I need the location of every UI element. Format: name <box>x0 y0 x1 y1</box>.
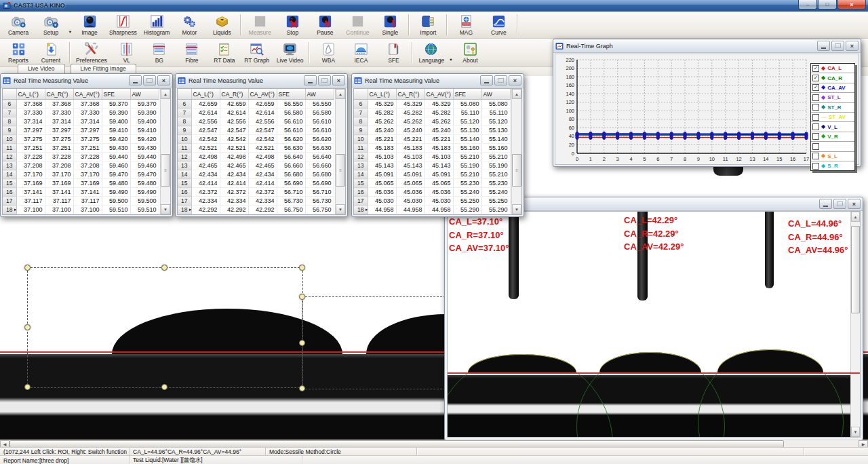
roi-handle[interactable] <box>299 340 305 346</box>
table-row[interactable]: 1437.17037.17037.17059.47059.470 <box>3 170 159 179</box>
close-button[interactable]: × <box>846 41 859 51</box>
image-button[interactable]: Image <box>73 12 106 37</box>
legend-checkbox[interactable] <box>812 153 819 159</box>
scroll-down-icon[interactable]: ▼ <box>161 204 170 214</box>
table-row[interactable]: 1737.11737.11737.11759.50059.500 <box>3 197 159 206</box>
table-row[interactable]: 1637.14137.14137.14159.49059.490 <box>3 188 159 197</box>
legend-checkbox[interactable] <box>812 104 819 111</box>
fitting-image-window[interactable]: × CA_L=37.10°CA_R=37.10°CA_AV=37.10° CA_… <box>444 197 863 440</box>
table-row[interactable]: 1442.43442.43442.43456.68056.680 <box>178 170 334 179</box>
maximize-button[interactable] <box>833 199 846 209</box>
motor-button[interactable]: Motor <box>173 12 205 37</box>
child-window-titlebar[interactable]: Real-Time Graph × <box>553 39 861 53</box>
child-window-titlebar[interactable]: Real Time Measuring Value × <box>176 74 347 88</box>
maximize-button[interactable] <box>318 75 331 85</box>
about-button[interactable]: About <box>454 40 486 65</box>
vertical-scrollbar[interactable]: ▲≡▼ <box>160 89 170 214</box>
pause-button[interactable]: Pause <box>309 12 341 37</box>
roi-handle[interactable] <box>24 324 31 330</box>
table-row[interactable]: 1745.03045.03045.03055.25055.250 <box>354 197 510 206</box>
scroll-up-icon[interactable]: ▲ <box>512 89 521 99</box>
legend-item-st_r[interactable]: ◆ST_R <box>811 103 854 113</box>
row-number-header[interactable] <box>354 89 368 100</box>
live-video-button[interactable]: Live Video <box>273 40 307 65</box>
roi-handle[interactable] <box>161 265 167 271</box>
rt-data-button[interactable]: RT Data <box>208 40 241 65</box>
roi-handle[interactable] <box>24 384 31 390</box>
legend-checkbox[interactable]: ✓ <box>812 84 819 91</box>
vl-button[interactable]: VL <box>111 40 143 65</box>
table-row[interactable]: 937.29737.29737.29759.41059.410 <box>3 126 159 135</box>
roi-rectangle[interactable] <box>302 296 449 389</box>
maximize-button[interactable] <box>831 41 844 51</box>
table-row[interactable]: 842.55642.55642.55656.61056.610 <box>178 117 334 126</box>
table-row[interactable]: 1045.22145.22145.22155.14055.140 <box>354 135 510 144</box>
minimize-button[interactable] <box>129 75 142 85</box>
roi-rectangle[interactable] <box>27 267 303 388</box>
table-row[interactable]: 1742.33442.33442.33456.73056.730 <box>178 197 334 206</box>
child-window-titlebar[interactable]: Real Time Measuring Value × <box>352 74 524 88</box>
table-row[interactable]: 1242.49842.49842.49856.64056.640 <box>178 153 334 161</box>
close-button[interactable]: × <box>157 75 170 85</box>
realtime-graph-window[interactable]: Real-Time Graph × 0204060801001201401601… <box>553 39 861 167</box>
scroll-up-icon[interactable]: ▲ <box>851 212 860 222</box>
minimize-button[interactable] <box>819 199 832 209</box>
roi-handle[interactable] <box>299 294 305 300</box>
legend-checkbox[interactable] <box>812 143 819 150</box>
wba-button[interactable]: WBA <box>312 40 344 65</box>
legend-item-v_r[interactable]: ◆V_R <box>811 132 854 142</box>
liquids-button[interactable]: Liquids <box>205 12 238 37</box>
column-header[interactable]: CA_R(°) <box>220 89 248 100</box>
roi-handle[interactable] <box>161 384 167 390</box>
mag-button[interactable]: MAG <box>450 12 482 37</box>
sfe-button[interactable]: SFE <box>377 40 410 65</box>
single-button[interactable]: Single <box>374 12 406 37</box>
table-row[interactable]: 837.31437.31437.31459.40059.400 <box>3 117 159 126</box>
table-row[interactable]: 1037.27537.27537.27559.42059.420 <box>3 135 159 144</box>
curve-button[interactable]: Curve <box>482 12 515 37</box>
table-row[interactable]: 1537.16937.16937.16959.48059.480 <box>3 179 159 188</box>
column-header[interactable]: AW <box>305 89 334 100</box>
vertical-scrollbar[interactable]: ▲≡▼ <box>335 89 345 214</box>
bg-button[interactable]: BG <box>143 40 176 65</box>
table-row[interactable]: 1137.25137.25137.25159.43059.430 <box>3 144 159 153</box>
table-row[interactable]: 845.26245.26245.26255.12055.120 <box>354 117 510 126</box>
close-button[interactable]: × <box>332 75 345 85</box>
sharpness-button[interactable]: Sharpness <box>106 12 140 37</box>
import-button[interactable]: Import <box>412 12 444 37</box>
column-header[interactable]: AW <box>481 89 510 100</box>
table-row[interactable]: 945.24045.24045.24055.13055.130 <box>354 126 510 135</box>
close-button[interactable]: × <box>848 199 861 209</box>
legend-item[interactable] <box>811 142 854 151</box>
table-row[interactable]: 1145.18345.18345.18355.16055.160 <box>354 144 510 153</box>
table-row[interactable]: 18▸44.95844.95844.95855.29055.290 <box>354 206 510 214</box>
measuring-value-window-1[interactable]: Real Time Measuring Value × CA_L(°)CA_R(… <box>0 73 173 217</box>
maximize-button[interactable] <box>143 75 156 85</box>
histogram-button[interactable]: Histogram <box>140 12 174 37</box>
table-row[interactable]: 1142.52142.52142.52156.63056.630 <box>178 144 334 153</box>
rt-graph-button[interactable]: RT Graph <box>241 40 273 65</box>
table-row[interactable]: 18▸42.29242.29242.29256.75056.750 <box>178 206 334 214</box>
legend-checkbox[interactable] <box>812 163 819 170</box>
legend-checkbox[interactable] <box>812 133 819 140</box>
column-header[interactable]: CA_R(°) <box>45 89 73 100</box>
column-header[interactable]: CA_AV(°) <box>73 89 102 100</box>
table-row[interactable]: 1042.54242.54242.54256.62056.620 <box>178 135 334 144</box>
roi-handle[interactable] <box>24 265 31 271</box>
scroll-down-icon[interactable]: ▼ <box>851 427 860 437</box>
table-row[interactable]: 1445.09145.09145.09155.21055.210 <box>354 170 510 179</box>
table-row[interactable]: 637.36837.36837.36859.37059.370 <box>3 100 159 109</box>
table-row[interactable]: 1542.41442.41442.41456.69056.690 <box>178 179 334 188</box>
table-row[interactable]: 1345.14345.14345.14355.19055.190 <box>354 161 510 170</box>
minimize-button[interactable] <box>480 75 493 85</box>
vertical-scrollbar[interactable]: ▲▼ <box>850 212 860 437</box>
table-row[interactable]: 745.28245.28245.28255.11055.110 <box>354 109 510 117</box>
table-row[interactable]: 1245.10345.10345.10355.21055.210 <box>354 153 510 161</box>
legend-checkbox[interactable] <box>812 123 819 130</box>
minimize-button[interactable] <box>304 75 317 85</box>
setup-button[interactable]: Setup <box>35 12 67 37</box>
column-header[interactable]: CA_L(°) <box>191 89 220 100</box>
table-row[interactable]: 642.65942.65942.65956.55056.550 <box>178 100 334 109</box>
column-header[interactable]: CA_L(°) <box>16 89 45 100</box>
legend-item-ca_av[interactable]: ✓◆CA_AV <box>811 83 854 93</box>
